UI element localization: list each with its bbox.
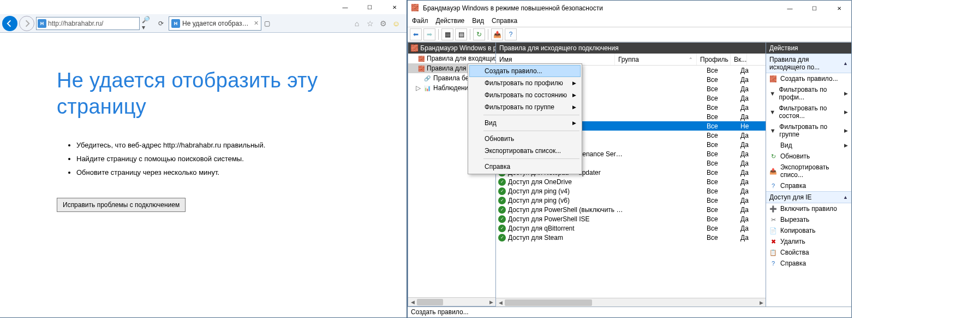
toolbar-btn[interactable]: ? — [505, 28, 517, 40]
rule-row[interactable]: ✓Доступ для PowerShell ISEВсеДа — [496, 214, 766, 223]
address-bar[interactable]: H http://habrahabr.ru/ — [36, 17, 140, 30]
rule-profile: Все — [707, 132, 740, 139]
action-label: Фильтровать по состоя... — [779, 104, 841, 120]
rule-row[interactable]: ✓Доступ для OneDriveВсеДа — [496, 177, 766, 186]
context-menu-item[interactable]: Создать правило... — [469, 65, 581, 77]
action-item[interactable]: 📋Свойства — [766, 247, 851, 258]
rule-enabled: Да — [740, 85, 757, 93]
rule-row[interactable]: ✓Доступ для PowerShell (выключить для ..… — [496, 205, 766, 214]
action-icon: ✂ — [769, 216, 777, 223]
tree-item-label: Правила для входящих под — [427, 55, 495, 62]
rule-profile: Все — [707, 95, 740, 102]
feedback-icon[interactable]: ☺ — [391, 19, 401, 28]
menu-view[interactable]: Вид — [472, 17, 484, 26]
new-tab-button[interactable]: ▢ — [263, 17, 271, 30]
ie-titlebar: — ☐ ✕ — [0, 0, 407, 14]
tree-node-icon: 🧱 — [418, 64, 425, 72]
refresh-button[interactable]: ⟳ — [155, 17, 167, 30]
context-menu-item[interactable]: Фильтровать по группе▶ — [469, 101, 581, 113]
tab-close-button[interactable]: ✕ — [254, 20, 259, 27]
scroll-thumb[interactable] — [505, 299, 592, 306]
menu-action[interactable]: Действие — [436, 17, 465, 26]
context-menu-item[interactable]: Справка — [469, 161, 581, 173]
context-menu-item[interactable]: Экспортировать список... — [469, 145, 581, 157]
toolbar-btn[interactable]: 📤 — [491, 28, 503, 40]
menu-file[interactable]: Файл — [412, 17, 428, 26]
tools-icon[interactable]: ⚙ — [378, 19, 388, 28]
scroll-right-icon[interactable]: ▶ — [487, 299, 495, 305]
nav-back-button[interactable]: ⬅ — [410, 28, 422, 40]
action-item[interactable]: ↻Обновить — [766, 151, 851, 162]
chevron-up-icon: ▲ — [843, 195, 848, 200]
tree-item[interactable]: 🧱Правила для входящих под — [408, 54, 495, 63]
action-item[interactable]: ▼Фильтровать по состоя...▶ — [766, 103, 851, 121]
rule-status-icon: ✓ — [498, 187, 506, 195]
home-icon[interactable]: ⌂ — [352, 19, 362, 28]
rule-name: Доступ для PowerShell (выключить для ... — [508, 206, 625, 214]
action-item[interactable]: ▼Фильтровать по группе▶ — [766, 121, 851, 140]
action-item[interactable]: ?Справка — [766, 258, 851, 269]
action-label: Обновить — [780, 152, 810, 160]
forward-button[interactable] — [19, 16, 34, 31]
context-menu: Создать правило...Фильтровать по профилю… — [468, 63, 582, 174]
maximize-button[interactable]: ☐ — [357, 0, 382, 14]
actions-section-outbound[interactable]: Правила для исходящего по...▲ — [766, 54, 851, 73]
context-menu-label: Фильтровать по группе — [485, 103, 554, 111]
rule-status-icon: ✓ — [498, 178, 506, 186]
context-menu-item[interactable]: Фильтровать по состоянию▶ — [469, 89, 581, 101]
export-icon: 📤 — [493, 31, 501, 38]
context-menu-item[interactable]: Вид▶ — [469, 117, 581, 129]
toolbar-btn[interactable]: ▦ — [441, 28, 453, 40]
rule-row[interactable]: ✓Доступ для ping (v4)ВсеДа — [496, 186, 766, 196]
rule-row[interactable]: ✓Доступ для ping (v6)ВсеДа — [496, 196, 766, 205]
rule-row[interactable]: ✓Доступ для SteamВсеДа — [496, 233, 766, 242]
refresh-icon: ⟳ — [158, 20, 164, 27]
favorites-icon[interactable]: ☆ — [365, 19, 375, 28]
col-enabled[interactable]: Вк... — [731, 54, 747, 65]
menu-help[interactable]: Справка — [492, 17, 517, 26]
arrow-right-icon: ➡ — [427, 31, 432, 38]
tree-node-icon: 📊 — [423, 84, 431, 92]
context-menu-label: Создать правило... — [485, 67, 542, 75]
new-tab-icon: ▢ — [264, 20, 270, 27]
col-profile[interactable]: Профиль — [697, 54, 731, 65]
maximize-button[interactable]: ☐ — [802, 1, 827, 15]
action-label: Справка — [780, 260, 806, 267]
panel-icon: ▤ — [458, 31, 464, 38]
tree-scrollbar[interactable]: ◀▶ — [408, 297, 495, 306]
fix-connection-button[interactable]: Исправить проблемы с подключением — [57, 198, 186, 212]
action-item[interactable]: ✖Удалить — [766, 236, 851, 247]
back-button[interactable] — [2, 16, 17, 31]
action-icon: ? — [769, 260, 777, 267]
context-menu-item[interactable]: Обновить — [469, 133, 581, 145]
close-button[interactable]: ✕ — [382, 0, 407, 14]
nav-fwd-button[interactable]: ➡ — [423, 28, 435, 40]
scroll-right-icon[interactable]: ▶ — [757, 300, 766, 305]
action-item[interactable]: ✂Вырезать — [766, 214, 851, 225]
scroll-left-icon[interactable]: ◀ — [408, 299, 417, 305]
rules-scrollbar[interactable]: ◀▶ — [496, 298, 766, 307]
actions-section-rule[interactable]: Доступ для IE▲ — [766, 191, 851, 203]
rule-profile: Все — [707, 113, 740, 121]
rule-row[interactable]: ✓Доступ для qBittorrentВсеДа — [496, 223, 766, 233]
browser-tab[interactable]: H Не удается отобразить эту... ✕ — [169, 16, 261, 31]
action-item[interactable]: 📤Экспортировать списо... — [766, 162, 851, 180]
minimize-button[interactable]: — — [778, 1, 802, 15]
action-item[interactable]: ▼Фильтровать по профи...▶ — [766, 84, 851, 103]
action-item[interactable]: 📄Копировать — [766, 225, 851, 236]
toolbar-btn[interactable]: ▤ — [455, 28, 467, 40]
action-item[interactable]: Вид▶ — [766, 140, 851, 151]
action-item[interactable]: ➕Включить правило — [766, 203, 851, 214]
scroll-left-icon[interactable]: ◀ — [496, 300, 505, 305]
action-item[interactable]: 🧱Создать правило... — [766, 73, 851, 84]
col-group[interactable]: Группа⌃ — [615, 54, 697, 65]
search-dropdown-button[interactable]: 🔎▾ — [141, 17, 153, 30]
firewall-root-icon: 🧱 — [410, 44, 419, 52]
minimize-button[interactable]: — — [333, 0, 357, 14]
context-menu-item[interactable]: Фильтровать по профилю▶ — [469, 77, 581, 89]
action-item[interactable]: ?Справка — [766, 180, 851, 191]
scroll-thumb[interactable] — [417, 299, 443, 305]
context-menu-label: Справка — [485, 163, 510, 170]
toolbar-btn[interactable]: ↻ — [473, 28, 485, 40]
close-button[interactable]: ✕ — [827, 1, 851, 15]
